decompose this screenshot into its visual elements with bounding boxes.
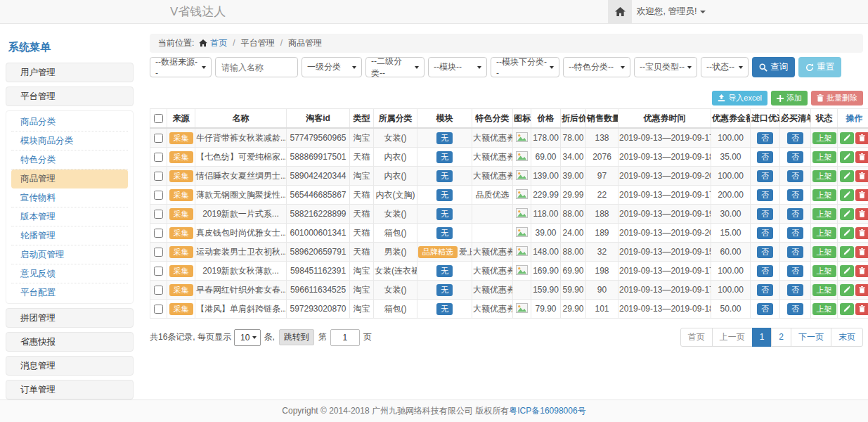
delete-button[interactable] <box>855 151 868 163</box>
row-checkbox[interactable] <box>154 248 163 257</box>
filter-select[interactable]: --数据来源-- <box>150 57 212 77</box>
sidebar-item[interactable]: 商品管理 <box>11 170 128 188</box>
delete-button[interactable] <box>855 170 868 182</box>
row-checkbox[interactable] <box>154 191 163 200</box>
sidebar-item[interactable]: 订单管理 <box>6 380 134 399</box>
page-button[interactable]: 1 <box>752 328 772 347</box>
filter-select[interactable]: --模块-- <box>428 57 487 77</box>
sidebar-item[interactable]: 轮播管理 <box>11 226 128 245</box>
no-badge[interactable]: 否 <box>787 132 803 144</box>
no-badge[interactable]: 否 <box>787 170 803 182</box>
edit-button[interactable] <box>840 208 854 220</box>
filter-select[interactable]: --状态-- <box>701 57 749 77</box>
edit-button[interactable] <box>840 227 854 239</box>
sidebar-item[interactable]: 特色分类 <box>11 151 128 170</box>
reset-button[interactable]: 重置 <box>798 57 841 77</box>
import-excel-button[interactable]: 导入excel <box>712 91 767 106</box>
status-badge[interactable]: 上架 <box>812 227 836 239</box>
no-badge[interactable]: 否 <box>757 284 773 296</box>
jump-page-input[interactable] <box>330 329 360 346</box>
no-badge[interactable]: 否 <box>757 151 773 163</box>
edit-button[interactable] <box>840 246 854 258</box>
delete-button[interactable] <box>855 132 868 144</box>
status-badge[interactable]: 上架 <box>812 284 836 296</box>
page-button[interactable]: 下一页 <box>791 328 831 347</box>
no-badge[interactable]: 否 <box>757 208 773 220</box>
sidebar-item[interactable]: 宣传物料 <box>11 188 128 207</box>
filter-select[interactable]: --模块下分类-- <box>491 57 559 77</box>
row-checkbox[interactable] <box>154 172 163 181</box>
no-badge[interactable]: 否 <box>787 246 803 258</box>
no-badge[interactable]: 否 <box>757 170 773 182</box>
delete-button[interactable] <box>855 303 868 315</box>
filter-select[interactable]: --二级分类-- <box>365 57 425 77</box>
delete-button[interactable] <box>855 189 868 201</box>
page-button[interactable]: 末页 <box>831 328 863 347</box>
jump-button[interactable]: 跳转到 <box>279 329 314 345</box>
breadcrumb-home-link[interactable]: 首页 <box>210 34 227 53</box>
no-badge[interactable]: 否 <box>787 284 803 296</box>
row-checkbox[interactable] <box>154 153 163 162</box>
row-checkbox[interactable] <box>154 267 163 276</box>
sidebar-item[interactable]: 用户管理 <box>6 63 134 82</box>
add-button[interactable]: 添加 <box>771 91 808 106</box>
row-checkbox[interactable] <box>154 229 163 238</box>
status-badge[interactable]: 上架 <box>812 132 836 144</box>
delete-button[interactable] <box>855 246 868 258</box>
status-badge[interactable]: 上架 <box>812 208 836 220</box>
no-badge[interactable]: 否 <box>787 151 803 163</box>
user-menu[interactable]: 欢迎您, 管理员! <box>637 0 706 23</box>
page-button[interactable]: 2 <box>771 328 791 347</box>
delete-button[interactable] <box>855 265 868 277</box>
sidebar-item[interactable]: 意见反馈 <box>11 264 128 283</box>
home-button[interactable] <box>608 0 632 23</box>
row-checkbox[interactable] <box>154 210 163 219</box>
filter-select[interactable]: --宝贝类型-- <box>634 57 697 77</box>
select-all-checkbox[interactable] <box>154 114 163 123</box>
sidebar-item[interactable]: 平台管理 <box>6 87 134 106</box>
no-badge[interactable]: 否 <box>757 265 773 277</box>
edit-button[interactable] <box>840 265 854 277</box>
sidebar-item[interactable]: 模块商品分类 <box>11 132 128 151</box>
no-badge[interactable]: 否 <box>757 227 773 239</box>
filter-select[interactable]: --特色分类-- <box>563 57 630 77</box>
edit-button[interactable] <box>840 189 854 201</box>
no-badge[interactable]: 否 <box>757 132 773 144</box>
edit-button[interactable] <box>840 151 854 163</box>
icp-link[interactable]: 粤ICP备16098006号 <box>509 406 585 416</box>
batch-delete-button[interactable]: 批量删除 <box>811 91 863 106</box>
row-checkbox[interactable] <box>154 134 163 143</box>
no-badge[interactable]: 否 <box>787 227 803 239</box>
sidebar-item[interactable]: 平台配置 <box>11 283 128 302</box>
sidebar-item[interactable]: 版本管理 <box>11 207 128 226</box>
no-badge[interactable]: 否 <box>757 246 773 258</box>
no-badge[interactable]: 否 <box>787 189 803 201</box>
edit-button[interactable] <box>840 132 854 144</box>
name-search-input[interactable] <box>215 57 298 77</box>
edit-button[interactable] <box>840 170 854 182</box>
edit-button[interactable] <box>840 303 854 315</box>
status-badge[interactable]: 上架 <box>812 246 836 258</box>
no-badge[interactable]: 否 <box>787 208 803 220</box>
page-size-select[interactable]: 10 <box>234 329 261 346</box>
status-badge[interactable]: 上架 <box>812 189 836 201</box>
row-checkbox[interactable] <box>154 286 163 295</box>
delete-button[interactable] <box>855 208 868 220</box>
no-badge[interactable]: 否 <box>757 189 773 201</box>
page-button[interactable]: 首页 <box>680 328 713 347</box>
delete-button[interactable] <box>855 227 868 239</box>
sidebar-item[interactable]: 拼团管理 <box>6 308 134 328</box>
filter-select[interactable]: 一级分类 <box>302 57 362 77</box>
no-badge[interactable]: 否 <box>787 265 803 277</box>
sidebar-item[interactable]: 商品分类 <box>11 113 128 132</box>
sidebar-item[interactable]: 省惠快报 <box>6 332 134 352</box>
sidebar-item[interactable]: 消息管理 <box>6 356 134 376</box>
row-checkbox[interactable] <box>154 305 163 314</box>
search-button[interactable]: 查询 <box>752 57 795 77</box>
no-badge[interactable]: 否 <box>757 303 773 315</box>
status-badge[interactable]: 上架 <box>812 170 836 182</box>
status-badge[interactable]: 上架 <box>812 265 836 277</box>
no-badge[interactable]: 否 <box>787 303 803 315</box>
delete-button[interactable] <box>855 284 868 296</box>
sidebar-item[interactable]: 启动页管理 <box>11 245 128 264</box>
